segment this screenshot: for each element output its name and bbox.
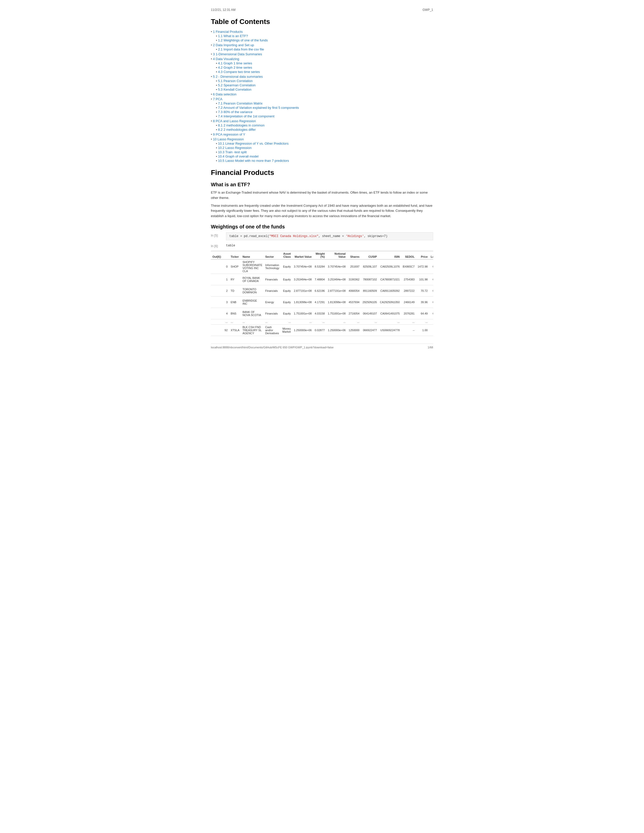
- toc-link-10-4[interactable]: 10.4 Graph of overall model: [218, 154, 258, 158]
- row-cusip-3: 29250N105: [361, 296, 378, 308]
- toc-link-8-2[interactable]: 8.2 2 methodologies differ: [218, 128, 256, 132]
- data-table-wrapper: Out[6]: Ticker Name Sector Asset Class M…: [211, 251, 433, 336]
- col-cusip: CUSIP: [361, 251, 378, 259]
- row-loc-2: Canada: [429, 285, 433, 296]
- toc-item-7-4[interactable]: 7.4 Interpretation of the 1st component: [216, 114, 433, 118]
- toc-item-4-1[interactable]: 4.1 Graph 1 time series: [216, 61, 433, 65]
- toc-link-5-3[interactable]: 5.3 Kendall Correlation: [218, 88, 251, 92]
- toc-item-2-1[interactable]: 2.1 Import data from the csv file: [216, 47, 433, 51]
- toc-link-2[interactable]: 2 Data Importing and Set up: [213, 43, 254, 47]
- toc-link-1[interactable]: 1 Financial Products: [213, 30, 243, 34]
- toc-link-2-1[interactable]: 2.1 Import data from the csv file: [218, 47, 264, 51]
- toc-link-1-1[interactable]: 1.1 What is an ETF?: [218, 34, 248, 38]
- toc-item-8-1[interactable]: 8.1 2 methodologies in common: [216, 124, 433, 127]
- toc-link-4[interactable]: 4 Data Visualizing: [213, 57, 239, 61]
- col-sedol: SEDOL: [401, 251, 416, 259]
- toc-link-7-2[interactable]: 7.2 Amount of Variation explained by fir…: [218, 106, 299, 109]
- page-wrapper: 11/2/21, 12:31 AM GWP_1 Table of Content…: [201, 0, 443, 359]
- toc-item-8-2[interactable]: 8.2 2 methodologies differ: [216, 128, 433, 132]
- row-loc-3: Canada: [429, 296, 433, 308]
- toc-item-8[interactable]: 8 PCA and Lasso Regression 8.1 2 methodo…: [211, 119, 433, 132]
- toc-item-10[interactable]: 10 Lasso Regression 10.1 Linear Regressi…: [211, 137, 433, 162]
- toc-link-7-1[interactable]: 7.1 Pearson Correlation Matrix: [218, 101, 262, 105]
- toc-link-10-3[interactable]: 10.3 Train -test split: [218, 150, 246, 154]
- toc-item-10-3[interactable]: 10.3 Train -test split: [216, 150, 433, 154]
- toc-item-7-3[interactable]: 7.3 80% of the variance: [216, 110, 433, 114]
- toc-item-1-1[interactable]: 1.1 What is an ETF?: [216, 34, 433, 38]
- toc-link-5[interactable]: 5 2 - Dimensional data summaries: [213, 75, 262, 79]
- row-nv-2: 2.877191e+08: [326, 285, 347, 296]
- toc-item-10-1[interactable]: 10.1 Linear Regression of Y vs. Other Pr…: [216, 142, 433, 145]
- row-sector-dots: ...: [264, 319, 281, 324]
- row-idx-0: 0: [223, 259, 229, 273]
- toc-link-10-1[interactable]: 10.1 Linear Regression of Y vs. Other Pr…: [218, 142, 288, 145]
- toc-item-9[interactable]: 9 PCA regression of Y: [211, 132, 433, 136]
- col-asset-class: Asset Class: [281, 251, 293, 259]
- row-sh-dots: ...: [347, 319, 361, 324]
- out-label-cell: [211, 324, 223, 336]
- toc-item-1[interactable]: 1 Financial Products 1.1 What is an ETF?…: [211, 30, 433, 42]
- toc-item-10-5[interactable]: 10.5 Lasso Model with no more than 7 pre…: [216, 159, 433, 162]
- toc-link-5-1[interactable]: 5.1 Pearson Correlation: [218, 79, 253, 83]
- page-footer: localhost:8888/nbconvert/html/Documents/…: [211, 344, 433, 349]
- row-w-92: 0.02877: [313, 324, 326, 336]
- toc-item-4[interactable]: 4 Data Visualizing 4.1 Graph 1 time seri…: [211, 57, 433, 74]
- row-nv-dots: ...: [326, 319, 347, 324]
- toc-item-4-2[interactable]: 4.2 Graph 2 time series: [216, 66, 433, 69]
- row-isin-92: US0669224778: [378, 324, 401, 336]
- row-sh-92: 1250000: [347, 324, 361, 336]
- toc-link-6[interactable]: 6 Data selection: [213, 92, 237, 96]
- toc-item-5-2[interactable]: 5.2 Spearman Correlation: [216, 83, 433, 87]
- row-sh-0: 251697: [347, 259, 361, 273]
- toc-item-5-3[interactable]: 5.3 Kendall Correlation: [216, 88, 433, 92]
- toc-link-8[interactable]: 8 PCA and Lasso Regression: [213, 119, 256, 123]
- row-loc-0: Canada: [429, 259, 433, 273]
- row-sedol-3: 2466149: [401, 296, 416, 308]
- row-sedol-0: BX865C7: [401, 259, 416, 273]
- row-cusip-1: 780087102: [361, 273, 378, 285]
- row-name-0: SHOPIFY SUBORDINATE VOTING INC CLA: [241, 259, 264, 273]
- code-block-in5: In [5]: table = pd.read_excel("MSCI Cana…: [211, 232, 433, 240]
- toc-item-10-2[interactable]: 10.2 Lasso Regression: [216, 146, 433, 150]
- toc-link-4-3[interactable]: 4.3 Compare two time series: [218, 70, 259, 74]
- toc-item-7[interactable]: 7 PCA 7.1 Pearson Correlation Matrix 7.2…: [211, 97, 433, 118]
- toc-sublist-1: 1.1 What is an ETF? 1.2 Weightings of on…: [216, 34, 433, 42]
- row-sedol-4: 2076281: [401, 308, 416, 319]
- table-body: 0 SHOP SHOPIFY SUBORDINATE VOTING INC CL…: [211, 259, 433, 336]
- row-sector-3: Energy: [264, 296, 281, 308]
- toc-link-10-2[interactable]: 10.2 Lasso Regression: [218, 146, 251, 150]
- toc-item-6[interactable]: 6 Data selection: [211, 92, 433, 96]
- toc-link-5-2[interactable]: 5.2 Spearman Correlation: [218, 83, 256, 87]
- col-price: Price: [416, 251, 429, 259]
- toc-item-1-2[interactable]: 1.2 Weightings of one of the funds: [216, 39, 433, 42]
- toc-link-7-3[interactable]: 7.3 80% of the variance: [218, 110, 253, 114]
- table-header-row: Out[6]: Ticker Name Sector Asset Class M…: [211, 251, 433, 259]
- toc-item-3[interactable]: 3 1-Dimensional Data Summaries: [211, 52, 433, 56]
- toc-link-4-1[interactable]: 4.1 Graph 1 time series: [218, 61, 252, 65]
- toc-link-7-4[interactable]: 7.4 Interpretation of the 1st component: [218, 114, 274, 118]
- toc-link-9[interactable]: 9 PCA regression of Y: [213, 132, 245, 136]
- toc-item-7-2[interactable]: 7.2 Amount of Variation explained by fir…: [216, 106, 433, 109]
- row-name-92: BLK CSH FND TREASURY SL AGENCY: [241, 324, 264, 336]
- toc-link-4-2[interactable]: 4.2 Graph 2 time series: [218, 66, 252, 69]
- toc-link-10[interactable]: 10 Lasso Regression: [213, 137, 244, 141]
- toc-item-4-3[interactable]: 4.3 Compare two time series: [216, 70, 433, 74]
- toc-item-5[interactable]: 5 2 - Dimensional data summaries 5.1 Pea…: [211, 75, 433, 92]
- col-ticker: Ticker: [229, 251, 241, 259]
- row-sedol-92: --: [401, 324, 416, 336]
- toc-item-5-1[interactable]: 5.1 Pearson Correlation: [216, 79, 433, 83]
- toc-link-8-1[interactable]: 8.1 2 methodologies in common: [218, 124, 264, 127]
- toc-link-1-2[interactable]: 1.2 Weightings of one of the funds: [218, 39, 268, 42]
- toc-title: Table of Contents: [211, 18, 433, 26]
- toc-item-2[interactable]: 2 Data Importing and Set up 2.1 Import d…: [211, 43, 433, 51]
- toc-link-3[interactable]: 3 1-Dimensional Data Summaries: [213, 52, 262, 56]
- row-cusip-0: 82509L107: [361, 259, 378, 273]
- holdings-table: Out[6]: Ticker Name Sector Asset Class M…: [211, 251, 433, 336]
- toc-link-7[interactable]: 7 PCA: [213, 97, 222, 101]
- footer-page: 1/68: [428, 346, 433, 349]
- row-w-0: 8.53284: [313, 259, 326, 273]
- toc-link-10-5[interactable]: 10.5 Lasso Model with no more than 7 pre…: [218, 159, 289, 162]
- out-label-cell: [211, 285, 223, 296]
- toc-item-10-4[interactable]: 10.4 Graph of overall model: [216, 154, 433, 158]
- toc-item-7-1[interactable]: 7.1 Pearson Correlation Matrix: [216, 101, 433, 105]
